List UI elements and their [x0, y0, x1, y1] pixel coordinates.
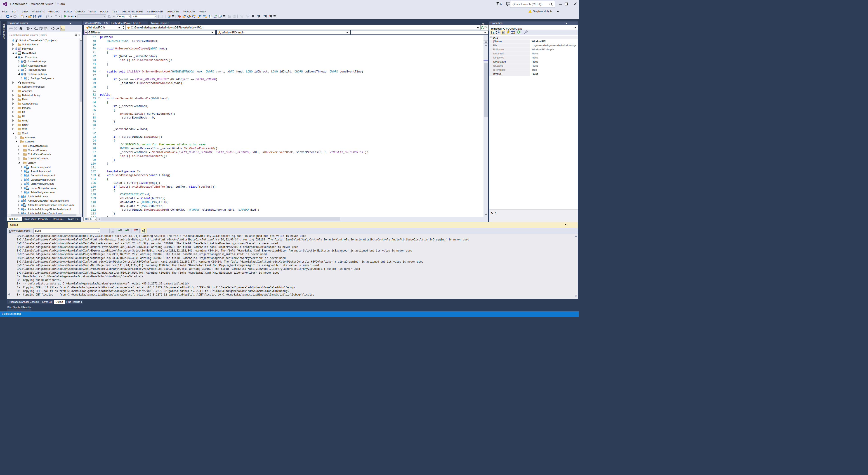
svg-text:C#: C# [24, 65, 26, 67]
svg-text:ab: ab [142, 229, 144, 232]
svg-text:abc: abc [214, 16, 217, 18]
svg-text:C#: C# [18, 52, 21, 55]
svg-text:Z: Z [496, 32, 497, 34]
